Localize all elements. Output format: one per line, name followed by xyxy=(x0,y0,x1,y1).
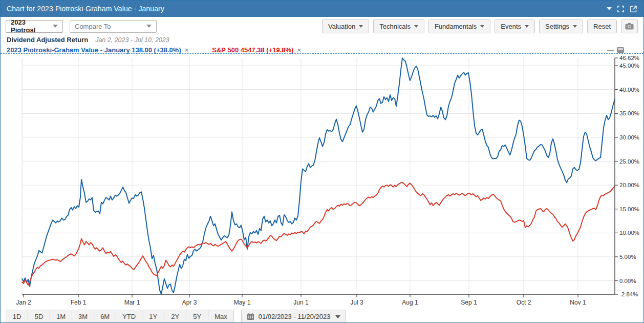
reset-button[interactable]: Reset xyxy=(587,19,617,33)
range-1m-button[interactable]: 1M xyxy=(50,310,72,323)
svg-text:May 1: May 1 xyxy=(234,299,251,306)
range-max-button[interactable]: Max xyxy=(208,310,234,323)
svg-text:45.00%: 45.00% xyxy=(619,63,639,69)
range-2y-button[interactable]: 2Y xyxy=(164,310,186,323)
chevron-down-icon xyxy=(335,315,340,318)
range-3m-button[interactable]: 3M xyxy=(72,310,94,323)
price-chart[interactable]: Jan 2Feb 1Mar 1Apr 3May 1Jun 1Jul 3Aug 1… xyxy=(1,54,644,308)
compare-to-dropdown[interactable]: Compare To xyxy=(70,20,157,33)
svg-text:46.62%: 46.62% xyxy=(619,55,639,61)
chart-subheader: Dividend Adjusted Return Jan 2, 2023 - J… xyxy=(7,36,169,44)
range-ytd-button[interactable]: YTD xyxy=(116,310,142,323)
visible-date-range: Jan 2, 2023 - Jul 10, 2023 xyxy=(95,36,169,44)
svg-text:10.00%: 10.00% xyxy=(619,230,639,236)
valuation-button[interactable]: Valuation xyxy=(322,19,369,33)
chevron-down-icon xyxy=(53,25,58,28)
legend-strategy-label: 2023 Piotroski-Graham Value - January 13… xyxy=(7,46,181,54)
svg-text:Jun 1: Jun 1 xyxy=(293,299,309,306)
strategy-dropdown[interactable]: 2023 Piotrosl xyxy=(6,20,63,33)
compare-to-placeholder: Compare To xyxy=(75,23,111,30)
range-bar: 1D 5D 1M 3M 6M YTD 1Y 2Y 5Y Max 01/02/ xyxy=(6,310,346,323)
svg-text:Apr 3: Apr 3 xyxy=(182,299,197,306)
legend-sp500-label: S&P 500 4547.38 (+19.8%) xyxy=(212,46,293,54)
svg-text:0.00%: 0.00% xyxy=(619,278,636,284)
events-button-label: Events xyxy=(501,23,521,30)
svg-text:40.00%: 40.00% xyxy=(619,87,639,93)
range-1y-button[interactable]: 1Y xyxy=(142,310,164,323)
range-5d-button[interactable]: 5D xyxy=(28,310,50,323)
external-link-icon[interactable] xyxy=(630,5,637,13)
svg-text:25.00%: 25.00% xyxy=(619,158,639,165)
chevron-down-icon xyxy=(414,25,418,28)
svg-text:35.00%: 35.00% xyxy=(619,110,639,116)
panel-layout-icon[interactable] xyxy=(617,47,624,53)
svg-text:Sep 1: Sep 1 xyxy=(461,299,477,306)
legend-item-sp500: S&P 500 4547.38 (+19.8%) × xyxy=(188,46,301,54)
fullscreen-icon[interactable] xyxy=(617,5,625,13)
svg-text:5.00%: 5.00% xyxy=(619,254,636,260)
title-bar: Chart for 2023 Piotroski-Graham Value - … xyxy=(1,1,643,17)
svg-text:-2.84%: -2.84% xyxy=(619,291,638,297)
svg-text:15.00%: 15.00% xyxy=(619,206,639,212)
collapse-panel-icon[interactable] xyxy=(607,50,614,51)
calendar-icon xyxy=(247,313,254,320)
svg-text:Nov 1: Nov 1 xyxy=(570,299,586,306)
strategy-dropdown-value: 2023 Piotrosl xyxy=(11,18,49,34)
chevron-down-icon xyxy=(359,25,363,28)
svg-text:20.00%: 20.00% xyxy=(619,182,639,188)
range-5y-button[interactable]: 5Y xyxy=(186,310,208,323)
technicals-button[interactable]: Technicals xyxy=(373,19,424,33)
legend-item-strategy: 2023 Piotroski-Graham Value - January 13… xyxy=(7,46,188,54)
events-button[interactable]: Events xyxy=(495,19,535,33)
settings-button-label: Settings xyxy=(545,23,569,30)
chart-widget: Chart for 2023 Piotroski-Graham Value - … xyxy=(0,0,644,323)
settings-button[interactable]: Settings xyxy=(539,19,583,33)
metric-label: Dividend Adjusted Return xyxy=(7,36,88,44)
fundamentals-button-label: Fundamentals xyxy=(435,23,477,30)
reset-button-label: Reset xyxy=(593,23,611,30)
range-button-group: 1D 5D 1M 3M 6M YTD 1Y 2Y 5Y Max xyxy=(6,310,234,323)
remove-series-icon[interactable]: × xyxy=(185,46,189,54)
camera-icon xyxy=(625,23,634,30)
chart-canvas[interactable]: Jan 2Feb 1Mar 1Apr 3May 1Jun 1Jul 3Aug 1… xyxy=(1,54,644,308)
technicals-button-label: Technicals xyxy=(379,23,411,30)
svg-text:Jul 3: Jul 3 xyxy=(350,299,363,306)
svg-text:Aug 1: Aug 1 xyxy=(402,299,418,306)
svg-text:Jan 2: Jan 2 xyxy=(16,299,31,306)
page-title: Chart for 2023 Piotroski-Graham Value - … xyxy=(1,5,164,13)
svg-text:30.00%: 30.00% xyxy=(619,134,639,140)
svg-text:Feb 1: Feb 1 xyxy=(71,299,87,306)
chevron-down-icon xyxy=(525,25,529,28)
toolbar: 2023 Piotrosl Compare To Valuation Techn… xyxy=(1,17,643,35)
date-range-value: 01/02/2023 - 11/20/2023 xyxy=(259,313,331,320)
fundamentals-button[interactable]: Fundamentals xyxy=(428,19,490,33)
svg-text:Oct 2: Oct 2 xyxy=(517,299,531,306)
chevron-down-icon[interactable] xyxy=(607,7,612,10)
valuation-button-label: Valuation xyxy=(328,23,355,30)
date-range-picker[interactable]: 01/02/2023 - 11/20/2023 xyxy=(241,310,347,323)
range-6m-button[interactable]: 6M xyxy=(94,310,116,323)
range-1d-button[interactable]: 1D xyxy=(6,310,28,323)
screenshot-button[interactable] xyxy=(621,19,638,33)
chevron-down-icon xyxy=(573,25,577,28)
svg-text:Mar 1: Mar 1 xyxy=(124,299,140,306)
remove-series-icon[interactable]: × xyxy=(297,46,301,54)
chevron-down-icon xyxy=(480,25,484,28)
chevron-down-icon xyxy=(146,25,152,28)
